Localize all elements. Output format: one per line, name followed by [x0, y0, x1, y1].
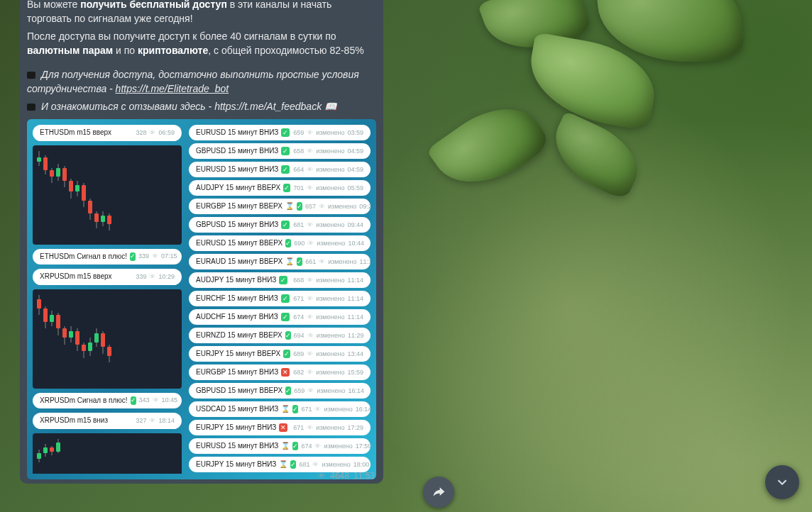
check-icon: ✓ — [281, 147, 290, 155]
check-icon: ✓ — [281, 128, 290, 137]
check-icon: ✓ — [297, 202, 302, 211]
candlestick-chart — [33, 433, 182, 474]
chart-caption-chip: XRPUSDm m15 вверх33910:29 — [33, 269, 182, 285]
check-icon: ✓ — [285, 386, 291, 395]
chart-caption-chip: ETHUSDm Сигнал в плюс!✓33907:15 — [33, 249, 182, 265]
views-icon — [307, 368, 313, 377]
message-line-2: После доступа вы получите доступ к более… — [27, 29, 376, 58]
views-icon — [307, 165, 313, 174]
signal-row: AUDJPY 15 минут ВНИЗ✓668изменено11:14 — [189, 272, 371, 288]
check-icon: ✓ — [283, 184, 290, 192]
signal-row: EURJPY 15 минут ВНИЗ✕671изменено17:29 — [189, 420, 371, 435]
bullet-icon — [27, 72, 35, 79]
views-icon — [307, 386, 314, 396]
cross-icon: ✕ — [279, 423, 287, 432]
check-icon: ✓ — [281, 165, 290, 174]
share-button[interactable] — [423, 477, 454, 508]
views-icon — [307, 423, 313, 433]
signal-row: GBPUSD 15 минут ВВЕРХ✓659изменено16:14 — [189, 383, 371, 399]
message-bullet-2: И ознакомиться с отзывами здесь - https:… — [27, 99, 376, 113]
views-icon — [307, 147, 313, 156]
check-icon: ✓ — [292, 405, 298, 413]
hourglass-icon — [279, 460, 287, 470]
attached-media[interactable]: ETHUSDm m15 вверх32806:59ETHUSDm Сигнал … — [27, 119, 376, 479]
views-icon — [314, 442, 321, 451]
check-icon: ✓ — [281, 313, 290, 321]
bot-link[interactable]: https://t.me/Elitetrade_bot — [116, 83, 229, 94]
signal-row: EURUSD 15 минут ВВЕРХ✓690изменено10:44 — [189, 235, 371, 251]
views-icon — [307, 294, 313, 304]
share-icon — [432, 485, 446, 499]
check-icon: ✓ — [283, 350, 290, 358]
hourglass-icon — [285, 257, 294, 267]
views-icon — [314, 405, 321, 414]
check-icon: ✓ — [292, 442, 298, 450]
scroll-down-button[interactable] — [765, 465, 799, 499]
views-icon — [307, 239, 314, 248]
signal-row: GBPUSD 15 минут ВНИЗ✓658изменено04:59 — [189, 143, 371, 159]
views-icon — [317, 470, 326, 482]
views-icon — [307, 276, 313, 285]
signal-row: EURNZD 15 минут ВВЕРХ✓694изменено11:29 — [189, 328, 371, 343]
signal-row: EURAUD 15 минут ВВЕРХ✓661изменено11:14 — [189, 254, 371, 269]
check-icon: ✓ — [290, 460, 296, 469]
chart-caption-chip: ETHUSDm m15 вверх32806:59 — [33, 125, 182, 141]
views-icon — [319, 257, 325, 267]
signal-row: GBPUSD 15 минут ВНИЗ✓681изменено09:44 — [189, 217, 371, 233]
views-icon — [307, 331, 314, 340]
signal-row: AUDCHF 15 минут ВНИЗ✓674изменено11:14 — [189, 309, 371, 325]
views-icon — [319, 202, 325, 211]
message-line-1: Вы можете получить бесплатный доступ в э… — [27, 0, 376, 26]
check-icon: ✓ — [281, 221, 290, 229]
signal-row: EURGBP 15 минут ВВЕРХ✓657изменено09:29 — [189, 199, 371, 214]
signal-row: USDCAD 15 минут ВНИЗ✓671изменено16:14 — [189, 401, 371, 417]
signal-row: EURJPY 15 минут ВВЕРХ✓689изменено13:44 — [189, 346, 371, 362]
candlestick-chart — [33, 289, 182, 389]
check-icon: ✓ — [281, 294, 290, 303]
signal-row: AUDJPY 15 минут ВВЕРХ✓701изменено05:59 — [189, 180, 371, 196]
views-icon — [307, 313, 313, 322]
check-icon: ✓ — [297, 257, 302, 266]
check-icon: ✓ — [285, 331, 291, 340]
chevron-down-icon — [774, 474, 790, 490]
check-icon: ✓ — [285, 239, 291, 247]
views-icon — [307, 221, 313, 230]
views-icon — [312, 460, 319, 469]
views-icon — [307, 184, 313, 193]
candlestick-chart — [33, 145, 182, 245]
message-time: 11:53 — [353, 470, 375, 482]
message-bubble[interactable]: Вы можете получить бесплатный доступ в э… — [20, 0, 383, 484]
signal-row: EURUSD 15 минут ВНИЗ✓659изменено03:59 — [189, 125, 371, 140]
hourglass-icon — [281, 441, 290, 452]
signal-row: EURGBP 15 минут ВНИЗ✕682изменено15:59 — [189, 364, 371, 380]
message-footer: 4648 11:53 — [317, 470, 375, 482]
views-count: 4648 — [330, 470, 349, 482]
check-icon: ✓ — [279, 276, 287, 284]
chart-caption-chip: XRPUSDm m15 вниз32718:14 — [33, 413, 182, 429]
message-bullet-1: Для получения доступа, достаточно выполн… — [27, 67, 376, 96]
message-column: Вы можете получить бесплатный доступ в э… — [0, 0, 390, 512]
signal-row: EURUSD 15 минут ВНИЗ✓674изменено17:59 — [189, 438, 371, 454]
chart-caption-chip: XRPUSDm Сигнал в плюс!✓34310:45 — [33, 393, 182, 409]
views-icon — [307, 350, 313, 359]
bullet-icon — [27, 104, 35, 111]
signal-row: EURUSD 15 минут ВНИЗ✓664изменено04:59 — [189, 162, 371, 177]
hourglass-icon — [285, 201, 294, 212]
cross-icon: ✕ — [281, 368, 290, 377]
signal-row: EURCHF 15 минут ВНИЗ✓671изменено11:14 — [189, 291, 371, 306]
hourglass-icon — [281, 404, 290, 415]
views-icon — [307, 128, 313, 138]
